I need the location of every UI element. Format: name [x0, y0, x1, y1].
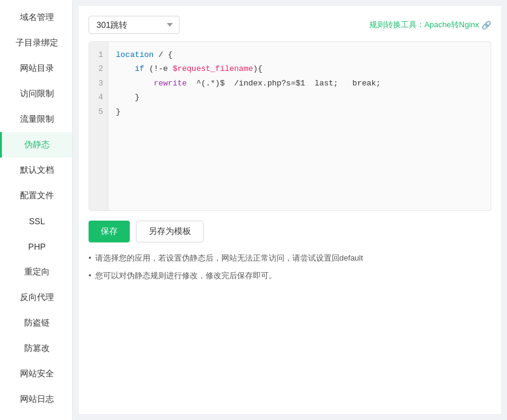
sidebar-label-pseudo: 伪静态	[24, 139, 50, 150]
note-item-1: 请选择您的应用，若设置伪静态后，网站无法正常访问，请尝试设置回default	[89, 252, 491, 265]
sidebar-label-log: 网站日志	[20, 394, 54, 405]
sidebar-item-sitedir[interactable]: 网站目录	[0, 56, 72, 81]
sidebar-item-ssl[interactable]: SSL	[0, 208, 72, 234]
sidebar-item-access[interactable]: 访问限制	[0, 81, 72, 107]
note-text-1: 请选择您的应用，若设置伪静态后，网站无法正常访问，请尝试设置回default	[95, 252, 363, 265]
sidebar: 域名管理 子目录绑定 网站目录 访问限制 流量限制 伪静态 默认文档 配置文件 …	[0, 0, 73, 420]
notes-section: 请选择您的应用，若设置伪静态后，网站无法正常访问，请尝试设置回default 您…	[89, 252, 491, 282]
sidebar-label-redirect: 重定向	[24, 267, 50, 278]
sidebar-item-security[interactable]: 网站安全	[0, 361, 72, 387]
rule-tool-label: 规则转换工具：Apache转Nginx	[369, 19, 479, 30]
sidebar-item-alert[interactable]: 网站告警	[0, 412, 72, 420]
sidebar-item-traffic[interactable]: 流量限制	[0, 107, 72, 132]
sidebar-item-log[interactable]: 网站日志	[0, 387, 72, 412]
external-link-icon: 🔗	[482, 21, 491, 30]
line-numbers: 1 2 3 4 5	[89, 42, 109, 210]
sidebar-label-default: 默认文档	[20, 165, 54, 176]
sidebar-label-php: PHP	[29, 242, 46, 252]
sidebar-item-config[interactable]: 配置文件	[0, 183, 72, 208]
sidebar-label-sitedir: 网站目录	[20, 63, 54, 74]
sidebar-label-security: 网站安全	[20, 368, 54, 379]
sidebar-label-domain: 域名管理	[20, 12, 54, 23]
sidebar-item-redirect[interactable]: 重定向	[0, 259, 72, 285]
save-as-template-button[interactable]: 另存为模板	[136, 221, 204, 242]
sidebar-label-hotlink: 防盗链	[24, 318, 50, 328]
sidebar-label-tamper: 防篡改	[24, 343, 50, 354]
sidebar-label-ssl: SSL	[29, 216, 45, 226]
sidebar-item-hotlink[interactable]: 防盗链	[0, 310, 72, 336]
main-content: 301跳转 默认 thinkphp discuz wordpress 规则转换工…	[73, 0, 507, 420]
save-button[interactable]: 保存	[89, 221, 130, 242]
sidebar-item-domain[interactable]: 域名管理	[0, 5, 72, 30]
sidebar-item-default[interactable]: 默认文档	[0, 158, 72, 183]
sidebar-item-tamper[interactable]: 防篡改	[0, 336, 72, 361]
sidebar-item-php[interactable]: PHP	[0, 234, 72, 259]
sidebar-label-traffic: 流量限制	[20, 114, 54, 125]
content-area: 301跳转 默认 thinkphp discuz wordpress 规则转换工…	[79, 6, 501, 414]
note-item-2: 您可以对伪静态规则进行修改，修改完后保存即可。	[89, 270, 491, 282]
top-bar: 301跳转 默认 thinkphp discuz wordpress 规则转换工…	[89, 16, 491, 34]
sidebar-label-config: 配置文件	[20, 190, 54, 201]
code-editor: 1 2 3 4 5 location / { if (!-e $request_…	[89, 41, 491, 211]
sidebar-label-proxy: 反向代理	[20, 292, 54, 303]
sidebar-label-subdir: 子目录绑定	[16, 38, 58, 48]
code-textarea[interactable]: location / { if (!-e $request_filename){…	[109, 42, 491, 210]
rule-tool-link[interactable]: 规则转换工具：Apache转Nginx 🔗	[369, 19, 491, 30]
redirect-type-select[interactable]: 301跳转 默认 thinkphp discuz wordpress	[89, 16, 180, 34]
sidebar-item-proxy[interactable]: 反向代理	[0, 285, 72, 310]
button-row: 保存 另存为模板	[89, 221, 491, 242]
note-text-2: 您可以对伪静态规则进行修改，修改完后保存即可。	[95, 270, 277, 282]
sidebar-item-pseudo[interactable]: 伪静态	[0, 132, 72, 158]
sidebar-item-subdir[interactable]: 子目录绑定	[0, 30, 72, 56]
sidebar-label-access: 访问限制	[20, 88, 54, 99]
